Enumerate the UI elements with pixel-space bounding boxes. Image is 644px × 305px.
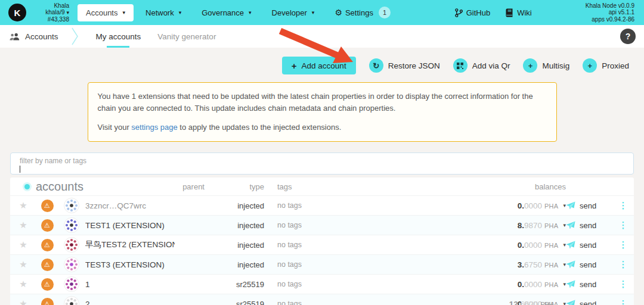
account-tags: no tags xyxy=(264,201,302,210)
balance-total: 12.6620PHA xyxy=(509,300,555,305)
warning-icon[interactable]: ⚠ xyxy=(41,259,54,271)
row-menu-button[interactable]: ⋮ xyxy=(619,220,628,231)
row-menu-button[interactable]: ⋮ xyxy=(619,239,628,250)
column-tags: tags xyxy=(264,182,292,191)
identicon[interactable] xyxy=(64,257,79,272)
banner-text-1: You have 1 extensions that need to be up… xyxy=(98,91,547,114)
account-tags: no tags xyxy=(264,280,302,288)
people-icon xyxy=(10,33,20,41)
send-button[interactable]: send xyxy=(566,260,612,269)
total-unit: PHA xyxy=(540,301,555,305)
chain-selector[interactable]: Khala khala/9▾ #43,338 xyxy=(31,2,69,23)
help-button[interactable]: ? xyxy=(620,29,636,44)
filter-input[interactable]: filter by name or tags xyxy=(10,152,634,175)
favorite-star-icon[interactable]: ★ xyxy=(19,220,27,231)
favorite-star-icon[interactable]: ★ xyxy=(19,279,27,290)
balance-frac: 0000 xyxy=(524,201,542,210)
chevron-down-icon: ▾ xyxy=(249,10,252,15)
account-toolbar: + Add account ↻ Restore JSON Add via Qr … xyxy=(0,57,629,74)
proxied-button[interactable]: + Proxied xyxy=(583,58,629,73)
plus-icon: + xyxy=(583,58,597,73)
account-row: ★ ⚠ 早鸟TEST2 (EXTENSION) injected no tags… xyxy=(10,235,634,254)
account-name[interactable]: TEST3 (EXTENSION) xyxy=(85,260,175,269)
identicon[interactable] xyxy=(64,296,79,305)
account-name[interactable]: 3zzncr…QC7wrc xyxy=(85,201,175,210)
nav-item-developer[interactable]: Developer▾ xyxy=(264,4,323,21)
send-button[interactable]: send xyxy=(566,201,612,210)
warning-icon[interactable]: ⚠ xyxy=(41,298,54,305)
total-frac: 6620 xyxy=(520,300,538,305)
node-version: Khala Node v0.0.9 xyxy=(586,2,634,10)
account-type: sr25519 xyxy=(236,280,264,289)
send-button[interactable]: send xyxy=(566,300,612,305)
favorite-star-icon[interactable]: ★ xyxy=(19,200,27,211)
account-name[interactable]: TEST1 (EXTENSION) xyxy=(85,221,175,230)
extension-update-banner: You have 1 extensions that need to be up… xyxy=(88,82,557,142)
git-branch-icon xyxy=(455,8,463,17)
account-type: injected xyxy=(237,201,264,210)
restore-json-button[interactable]: ↻ Restore JSON xyxy=(369,58,440,73)
paper-plane-icon xyxy=(566,300,575,305)
warning-icon[interactable]: ⚠ xyxy=(41,239,54,251)
tab-vanity-generator[interactable]: Vanity generator xyxy=(149,25,224,48)
account-tags: no tags xyxy=(264,300,302,305)
wiki-link[interactable]: Wiki xyxy=(506,8,532,17)
warning-icon[interactable]: ⚠ xyxy=(41,200,54,212)
account-name[interactable]: 早鸟TEST2 (EXTENSION) xyxy=(85,239,175,250)
add-account-button[interactable]: + Add account xyxy=(282,57,356,74)
balance-dropdown[interactable]: 3.6750PHA▾ xyxy=(447,260,566,269)
settings-badge: 1 xyxy=(379,7,391,18)
warning-icon[interactable]: ⚠ xyxy=(41,219,54,232)
balance-unit: PHA xyxy=(544,262,559,269)
favorite-star-icon[interactable]: ★ xyxy=(19,298,27,305)
favorite-star-icon[interactable]: ★ xyxy=(19,239,27,250)
tab-my-accounts[interactable]: My accounts xyxy=(88,25,150,48)
app-window: K Khala khala/9▾ #43,338 Accounts▾ Netwo… xyxy=(0,0,644,305)
chain-spec: khala/9 xyxy=(45,9,64,15)
balance-int: 3. xyxy=(518,260,524,269)
send-button[interactable]: send xyxy=(566,280,612,289)
warning-icon[interactable]: ⚠ xyxy=(41,278,54,291)
identicon[interactable] xyxy=(64,276,79,292)
top-nav: Accounts▾ Network▾ Governance▾ Developer… xyxy=(78,2,399,23)
balance-unit: PHA xyxy=(544,242,559,249)
send-button[interactable]: send xyxy=(566,241,612,250)
paper-plane-icon xyxy=(566,280,575,288)
send-button[interactable]: send xyxy=(566,221,612,230)
balance-dropdown[interactable]: 0.0000PHA▾ xyxy=(447,241,566,250)
paper-plane-icon xyxy=(566,260,575,269)
chevron-down-icon: ▾ xyxy=(179,10,182,15)
nav-item-network[interactable]: Network▾ xyxy=(137,4,190,21)
github-link[interactable]: GitHub xyxy=(455,8,490,17)
khala-logo-icon[interactable]: K xyxy=(8,4,26,21)
paper-plane-icon xyxy=(566,221,575,229)
nav-item-accounts[interactable]: Accounts▾ xyxy=(78,4,134,21)
row-menu-button[interactable]: ⋮ xyxy=(619,279,628,290)
row-menu-button[interactable]: ⋮ xyxy=(619,259,628,270)
multisig-button[interactable]: + Multisig xyxy=(523,58,569,73)
book-icon xyxy=(506,8,513,17)
identicon[interactable] xyxy=(64,198,79,213)
qr-code-icon xyxy=(453,58,467,73)
balance-frac: 0000 xyxy=(524,241,542,250)
row-menu-button[interactable]: ⋮ xyxy=(619,200,628,211)
account-name[interactable]: 1 xyxy=(85,280,175,289)
nav-item-settings[interactable]: ⚙Settings1 xyxy=(326,2,399,23)
account-row: ★ ⚠ TEST1 (EXTENSION) injected no tags 8… xyxy=(10,215,634,235)
add-via-qr-button[interactable]: Add via Qr xyxy=(453,58,510,73)
balance-unit: PHA xyxy=(544,222,559,229)
settings-page-link[interactable]: settings page xyxy=(131,123,177,132)
balance-dropdown[interactable]: 8.9870PHA▾ xyxy=(447,221,566,230)
account-row: ★ ⚠ 1 sr25519 no tags 0.0000PHA▾ send ⋮ xyxy=(10,274,634,294)
nav-item-governance[interactable]: Governance▾ xyxy=(193,4,259,21)
balance-frac: 6750 xyxy=(524,260,542,269)
account-name[interactable]: 2 xyxy=(85,300,175,305)
chain-name: Khala xyxy=(31,2,69,9)
favorite-star-icon[interactable]: ★ xyxy=(19,259,27,270)
identicon[interactable] xyxy=(64,217,79,233)
balance-dropdown[interactable]: 0.0000PHA▾ xyxy=(447,201,566,210)
row-menu-button[interactable]: ⋮ xyxy=(619,298,628,305)
balance-dropdown[interactable]: 0.0000PHA▾ xyxy=(447,280,566,289)
breadcrumb-chevron-icon xyxy=(72,27,78,45)
identicon[interactable] xyxy=(64,237,79,253)
